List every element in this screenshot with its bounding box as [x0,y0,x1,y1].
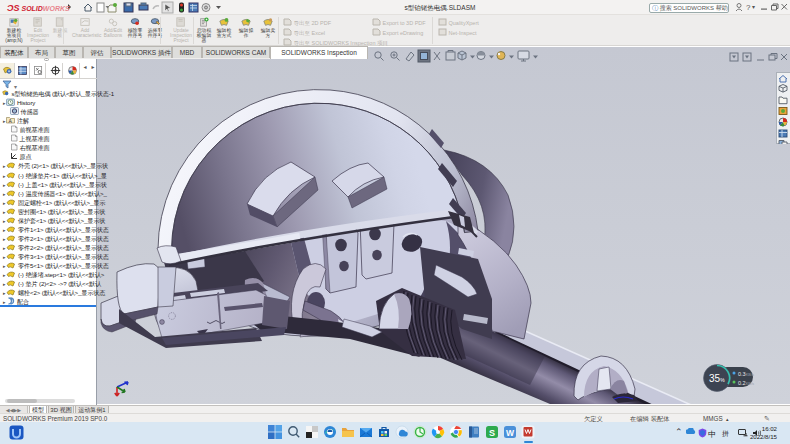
svg-text:0.3KB/s: 0.3KB/s [738,371,754,377]
svg-text:W: W [506,428,515,438]
svg-text:0.2KB/s: 0.2KB/s [738,380,754,386]
svg-text:?: ? [746,3,751,12]
svg-text:S: S [489,428,495,438]
svg-text:▾: ▾ [752,4,755,10]
